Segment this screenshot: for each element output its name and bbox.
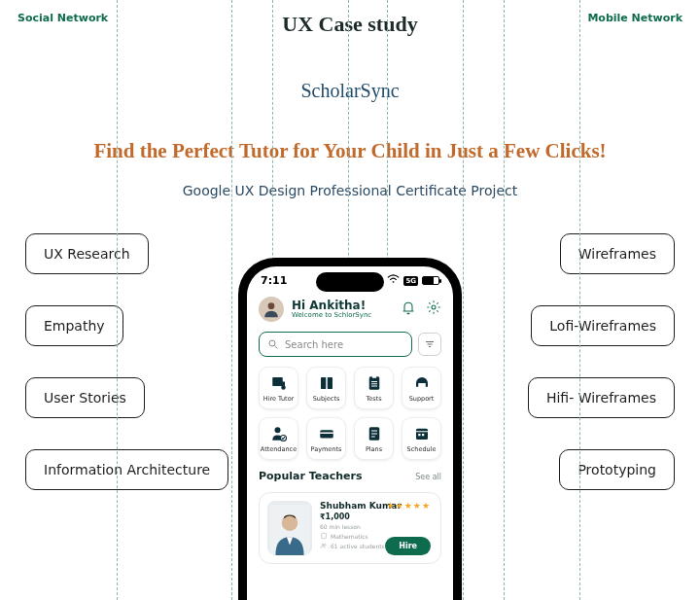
chip-user-stories: User Stories xyxy=(25,377,145,418)
popular-teachers-title: Popular Teachers xyxy=(259,470,362,482)
chip-hifi-wireframes: Hifi- Wireframes xyxy=(528,377,675,418)
tile-label: Plans xyxy=(366,445,382,453)
svg-rect-14 xyxy=(321,377,326,389)
avatar[interactable] xyxy=(259,297,284,322)
svg-rect-16 xyxy=(368,376,379,390)
tile-support[interactable]: Support xyxy=(402,367,441,409)
chips-right: Wireframes Lofi-Wireframes Hifi- Wirefra… xyxy=(528,233,675,490)
chip-lofi-wireframes: Lofi-Wireframes xyxy=(531,305,675,346)
network-badge: 5G xyxy=(403,276,418,286)
bell-icon[interactable] xyxy=(401,300,416,319)
tile-plans[interactable]: Plans xyxy=(354,417,394,460)
svg-point-4 xyxy=(268,302,275,309)
users-icon xyxy=(320,542,328,549)
svg-rect-15 xyxy=(327,377,332,389)
tagline: Find the Perfect Tutor for Your Child in… xyxy=(0,139,700,163)
see-all-link[interactable]: See all xyxy=(415,473,441,481)
teacher-students: 61 active students xyxy=(331,543,385,549)
greeting-sub: Welcome to SchlorSync xyxy=(292,312,393,320)
svg-rect-13 xyxy=(282,381,285,386)
book-icon xyxy=(320,532,328,540)
svg-point-6 xyxy=(269,340,275,346)
svg-point-5 xyxy=(432,305,436,309)
svg-point-21 xyxy=(274,427,280,433)
tile-label: Hire Tutor xyxy=(263,395,295,403)
phone-notch xyxy=(316,272,384,292)
tile-label: Support xyxy=(409,395,435,403)
teacher-price: ₹1,000 xyxy=(320,512,433,521)
teacher-subject: Mathematics xyxy=(331,533,368,540)
svg-rect-23 xyxy=(320,430,333,438)
chip-wireframes: Wireframes xyxy=(560,233,675,274)
rating-stars: ★★★★★ xyxy=(387,501,431,511)
wifi-icon xyxy=(387,274,400,287)
mobile-network-label: Mobile Network xyxy=(587,12,682,24)
greeting: Hi Ankitha! xyxy=(292,300,393,312)
tile-label: Payments xyxy=(311,445,342,453)
tile-label: Attendance xyxy=(261,445,297,453)
status-time: 7:11 xyxy=(261,274,287,287)
svg-rect-31 xyxy=(418,434,420,436)
tile-label: Tests xyxy=(366,395,381,403)
tile-attendance[interactable]: Attendance xyxy=(259,417,298,460)
social-network-label: Social Network xyxy=(18,12,108,24)
svg-rect-17 xyxy=(371,375,376,377)
subtitle: Google UX Design Professional Certificat… xyxy=(0,183,700,198)
tile-hire-tutor[interactable]: Hire Tutor xyxy=(259,367,298,409)
search-input[interactable]: Search here xyxy=(259,332,412,357)
battery-icon xyxy=(422,276,439,285)
chip-information-architecture: Information Architecture xyxy=(25,449,228,490)
tile-schedule[interactable]: Schedule xyxy=(402,417,441,460)
chip-ux-research: UX Research xyxy=(25,233,149,274)
svg-rect-35 xyxy=(322,533,327,538)
chips-left: UX Research Empathy User Stories Informa… xyxy=(25,233,228,490)
tile-label: Schedule xyxy=(407,445,437,453)
tile-label: Subjects xyxy=(313,395,340,403)
tile-payments[interactable]: Payments xyxy=(306,417,346,460)
search-placeholder: Search here xyxy=(285,339,343,350)
filter-button[interactable] xyxy=(418,333,441,356)
phone-mockup: 7:11 5G Hi Ankitha! Welcome to SchlorSyn… xyxy=(238,258,462,600)
svg-rect-32 xyxy=(422,434,424,436)
gear-icon[interactable] xyxy=(426,300,441,319)
brand-name: ScholarSync xyxy=(0,80,700,102)
chip-prototyping: Prototyping xyxy=(559,449,675,490)
teacher-lesson: 60 min lesson xyxy=(320,523,433,530)
category-grid: Hire Tutor Subjects Tests Support Attend… xyxy=(259,367,441,460)
tile-subjects[interactable]: Subjects xyxy=(306,367,346,409)
svg-point-36 xyxy=(322,544,324,546)
svg-point-37 xyxy=(325,545,327,547)
teacher-card[interactable]: Shubham Kumar ₹1,000 60 min lesson Mathe… xyxy=(259,492,441,564)
tile-tests[interactable]: Tests xyxy=(354,367,394,409)
svg-rect-11 xyxy=(272,377,283,386)
chip-empathy: Empathy xyxy=(25,305,123,346)
search-icon xyxy=(267,338,279,350)
hire-button[interactable]: Hire xyxy=(385,537,431,555)
teacher-photo xyxy=(267,501,312,555)
svg-line-7 xyxy=(275,346,278,349)
